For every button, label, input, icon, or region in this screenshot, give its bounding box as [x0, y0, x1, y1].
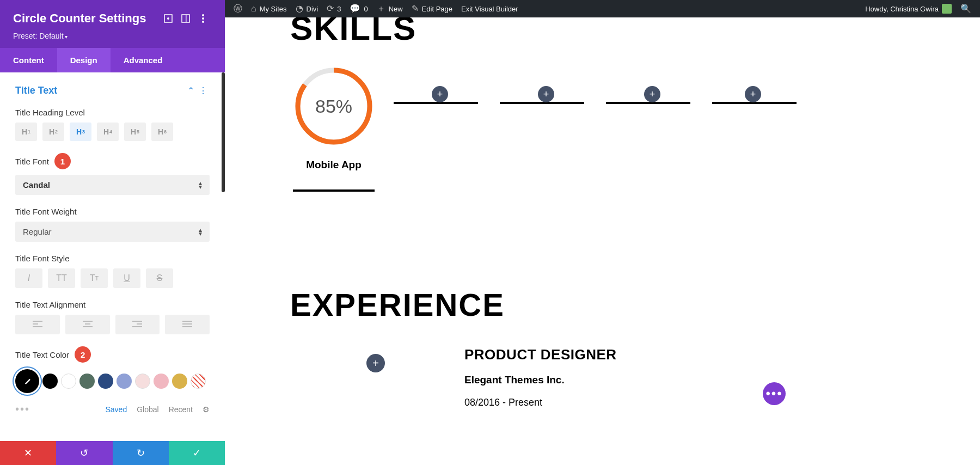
heading-h2[interactable]: H2 — [42, 123, 64, 141]
annotation-badge-1: 1 — [54, 153, 71, 169]
align-center[interactable] — [65, 315, 110, 334]
heading-h4[interactable]: H4 — [97, 123, 119, 141]
wp-logo[interactable]: ⓦ — [229, 4, 247, 13]
edit-page-label: Edit Page — [422, 5, 452, 13]
swatch-none[interactable] — [191, 374, 206, 389]
swatch-green[interactable] — [79, 374, 95, 389]
svg-rect-9 — [33, 326, 42, 327]
title-font-select[interactable]: Candal ▴▾ — [15, 175, 210, 195]
heading-h1[interactable]: H1 — [15, 123, 37, 141]
new-link[interactable]: ＋New — [372, 4, 407, 13]
select-arrows-icon: ▴▾ — [199, 181, 202, 189]
select-arrows-icon: ▴▾ — [199, 228, 202, 236]
divi-link[interactable]: ◔Divi — [291, 4, 323, 13]
swatch-blush[interactable] — [135, 374, 150, 389]
exit-builder-label: Exit Visual Builder — [461, 5, 518, 13]
placeholder-bar — [500, 102, 584, 104]
heading-h5[interactable]: H5 — [124, 123, 146, 141]
circle-counter-module[interactable]: 85% Mobile App — [287, 65, 380, 192]
style-smallcaps[interactable]: TT — [81, 268, 108, 288]
align-right[interactable] — [115, 315, 160, 334]
module-settings-panel: Circle Counter Settings Preset: Default▾… — [0, 0, 225, 465]
redo-button[interactable]: ↻ — [113, 441, 169, 465]
tab-advanced[interactable]: Advanced — [111, 48, 176, 72]
snap-icon[interactable] — [177, 10, 194, 27]
job-title: PRODUCT DESIGNER — [464, 346, 617, 363]
add-module-button[interactable]: + — [745, 86, 761, 102]
swatch-pink[interactable] — [154, 374, 169, 389]
refresh-icon: ⟳ — [327, 4, 334, 13]
add-module-button[interactable]: + — [366, 354, 385, 372]
comments-count: 0 — [364, 5, 367, 13]
exit-builder-link[interactable]: Exit Visual Builder — [457, 5, 523, 13]
swatch-navy[interactable] — [98, 374, 113, 389]
preset-label: Preset: Default — [13, 32, 64, 40]
color-tab-saved[interactable]: Saved — [105, 405, 127, 414]
scrollbar-thumb[interactable] — [222, 72, 225, 192]
placeholder-bar — [394, 102, 478, 104]
title-font-label: Title Font — [15, 157, 49, 166]
add-module-button[interactable]: + — [538, 86, 554, 102]
style-strike[interactable]: S — [146, 268, 173, 288]
expand-icon[interactable] — [160, 10, 177, 27]
pencil-icon: ✎ — [412, 4, 419, 13]
job-block[interactable]: PRODUCT DESIGNER Elegant Themes Inc. 08/… — [464, 346, 617, 408]
add-module-button[interactable]: + — [644, 86, 660, 102]
section-title[interactable]: Title Text — [15, 85, 185, 96]
svg-rect-8 — [33, 323, 38, 325]
more-icon[interactable] — [194, 10, 212, 27]
search-toggle[interactable]: 🔍 — [956, 4, 976, 13]
title-align-label: Title Text Alignment — [15, 300, 210, 309]
edit-page-link[interactable]: ✎Edit Page — [407, 4, 457, 13]
title-text-color-label: Title Text Color — [15, 350, 69, 359]
undo-button[interactable]: ↺ — [56, 441, 112, 465]
style-underline[interactable]: U — [113, 268, 140, 288]
swatch-black[interactable] — [42, 374, 58, 389]
align-left[interactable] — [15, 315, 60, 334]
swatch-white[interactable] — [61, 374, 76, 389]
cancel-button[interactable]: ✕ — [0, 441, 56, 465]
heading-h6[interactable]: H6 — [151, 123, 173, 141]
save-button[interactable]: ✓ — [169, 441, 225, 465]
style-uppercase[interactable]: TT — [48, 268, 75, 288]
more-colors-icon[interactable]: ••• — [15, 403, 30, 415]
svg-point-5 — [202, 17, 204, 20]
comment-icon: 💬 — [350, 4, 360, 13]
swatch-lavender[interactable] — [117, 374, 132, 389]
panel-header: Circle Counter Settings Preset: Default▾ — [0, 0, 225, 48]
svg-point-4 — [202, 14, 204, 16]
svg-rect-7 — [33, 321, 42, 322]
tab-design[interactable]: Design — [57, 48, 111, 72]
svg-rect-10 — [83, 321, 93, 322]
section-more-icon[interactable]: ⋮ — [197, 83, 210, 98]
plus-icon: ＋ — [377, 4, 385, 13]
heading-h3[interactable]: H3 — [70, 123, 91, 141]
title-font-weight-select[interactable]: Regular ▴▾ — [15, 222, 210, 242]
chevron-down-icon: ▾ — [65, 34, 68, 40]
panel-title: Circle Counter Settings — [13, 11, 160, 26]
comments-link[interactable]: 💬0 — [345, 4, 372, 13]
circle-title: Mobile App — [287, 159, 380, 171]
mysites-link[interactable]: ⌂My Sites — [247, 4, 291, 13]
skills-heading: SKILLS — [290, 17, 416, 47]
color-picker-button[interactable] — [15, 369, 39, 393]
svg-rect-13 — [132, 321, 142, 322]
tab-content[interactable]: Content — [0, 48, 57, 72]
panel-body: Title Text ⌃ ⋮ Title Heading Level H1 H2… — [0, 72, 225, 441]
howdy-link[interactable]: Howdy, Christina Gwira — [861, 4, 956, 14]
preset-dropdown[interactable]: Preset: Default▾ — [13, 32, 212, 40]
builder-fab[interactable]: ••• — [763, 382, 786, 405]
add-module-button[interactable]: + — [432, 86, 448, 102]
gear-icon[interactable]: ⚙ — [203, 405, 210, 414]
avatar — [942, 4, 952, 14]
style-italic[interactable]: I — [15, 268, 42, 288]
svg-rect-15 — [132, 326, 142, 327]
color-tab-global[interactable]: Global — [137, 405, 158, 414]
circle-percent-text: 85% — [315, 96, 352, 117]
chevron-up-icon[interactable]: ⌃ — [185, 83, 197, 98]
svg-rect-16 — [182, 321, 192, 322]
swatch-gold[interactable] — [172, 374, 187, 389]
align-justify[interactable] — [165, 315, 210, 334]
color-tab-recent[interactable]: Recent — [169, 405, 193, 414]
updates-link[interactable]: ⟳3 — [322, 4, 345, 13]
